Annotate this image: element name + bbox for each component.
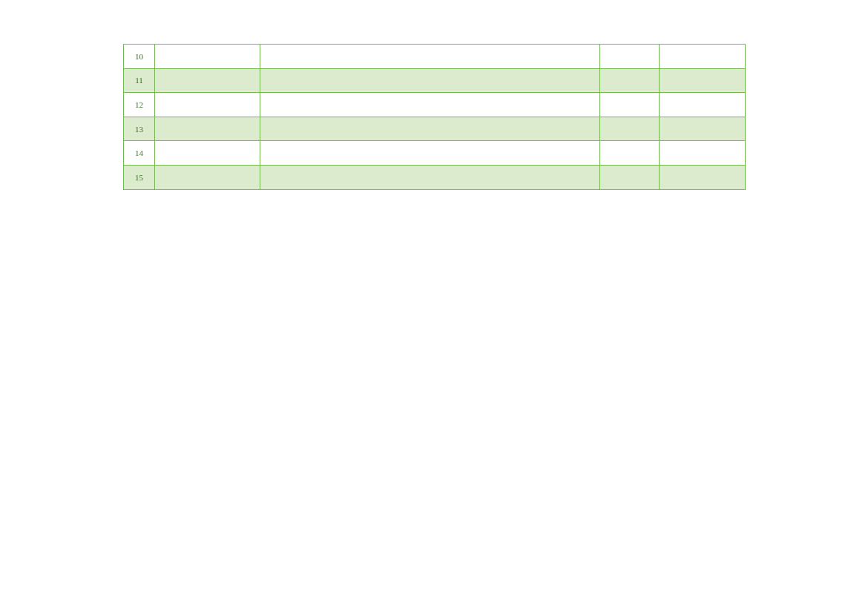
cell (660, 117, 746, 141)
cell (660, 93, 746, 117)
cell (600, 165, 660, 189)
row-number: 15 (124, 165, 155, 189)
table-row: 12 (124, 93, 746, 117)
cell (260, 165, 600, 189)
table-row: 11 (124, 68, 746, 93)
cell (260, 45, 600, 69)
table-row: 15 (124, 165, 746, 189)
data-table: 10 11 12 13 (123, 44, 746, 190)
cell (155, 93, 260, 117)
cell (260, 93, 600, 117)
cell (660, 68, 746, 93)
cell (660, 165, 746, 189)
cell (660, 141, 746, 166)
cell (155, 68, 260, 93)
cell (155, 165, 260, 189)
cell (260, 68, 600, 93)
cell (660, 45, 746, 69)
table-container: 10 11 12 13 (123, 44, 745, 190)
row-number: 12 (124, 93, 155, 117)
row-number: 13 (124, 117, 155, 141)
table-row: 14 (124, 141, 746, 166)
row-number: 10 (124, 45, 155, 69)
cell (600, 68, 660, 93)
cell (155, 141, 260, 166)
cell (600, 45, 660, 69)
row-number: 11 (124, 68, 155, 93)
cell (600, 93, 660, 117)
cell (260, 117, 600, 141)
cell (600, 117, 660, 141)
row-number: 14 (124, 141, 155, 166)
cell (260, 141, 600, 166)
cell (155, 45, 260, 69)
cell (155, 117, 260, 141)
cell (600, 141, 660, 166)
table-row: 13 (124, 117, 746, 141)
table-row: 10 (124, 45, 746, 69)
